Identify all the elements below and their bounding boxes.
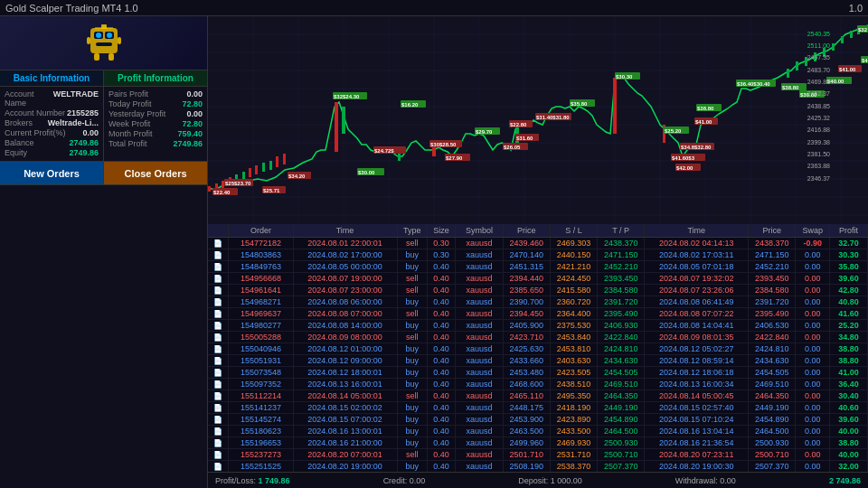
equity-label: Equity <box>5 148 27 157</box>
svg-rect-37 <box>208 186 211 192</box>
row-swap: 0.00 <box>796 296 830 308</box>
row-symbol: xauusd <box>456 273 503 285</box>
row-size: 0.40 <box>427 414 455 426</box>
row-swap: 0.00 <box>796 308 830 320</box>
row-type: buy <box>397 402 427 414</box>
svg-text:2540.35: 2540.35 <box>807 31 830 37</box>
svg-text:2511.00: 2511.00 <box>807 42 830 49</box>
logo-area <box>0 16 207 70</box>
row-tp: 2395.490 <box>598 308 645 320</box>
row-sl: 2418.190 <box>550 402 597 414</box>
table-row: 📄 155196653 2024.08.16 21:00:00 buy 0.40… <box>208 437 868 449</box>
row-size: 0.40 <box>427 308 455 320</box>
row-close-price: 2452.210 <box>749 261 796 273</box>
row-size: 0.40 <box>427 332 455 343</box>
row-type: buy <box>397 426 427 437</box>
row-order: 155097352 <box>229 379 293 390</box>
yesterday-profit-row: Yesterday Profit 0.00 <box>108 109 203 118</box>
row-order: 154961641 <box>229 285 293 296</box>
row-profit: 38.80 <box>830 437 868 449</box>
row-close-price: 2434.630 <box>749 355 796 367</box>
row-open-price: 2451.315 <box>503 261 550 273</box>
row-profit: 39.60 <box>830 414 868 426</box>
svg-text:2483.70: 2483.70 <box>807 67 830 73</box>
svg-text:2497.35: 2497.35 <box>807 54 830 61</box>
svg-text:$22.40: $22.40 <box>213 190 231 195</box>
row-open-price: 2508.190 <box>503 461 550 473</box>
row-order: 155005288 <box>229 332 293 343</box>
row-sl: 2453.840 <box>550 332 597 343</box>
row-type: sell <box>397 238 427 249</box>
svg-text:$26.05: $26.05 <box>504 145 521 150</box>
close-orders-button[interactable]: Close Orders <box>104 162 207 184</box>
row-type: sell <box>397 285 427 296</box>
row-close-price: 2449.190 <box>749 402 796 414</box>
row-sl: 2421.210 <box>550 261 597 273</box>
row-symbol: xauusd <box>456 379 503 390</box>
today-profit-value: 72.80 <box>182 99 203 108</box>
row-order: 155196653 <box>229 437 293 449</box>
row-order: 154803863 <box>229 249 293 261</box>
row-tp: 2454.505 <box>598 367 645 379</box>
row-close-time: 2024.08.12 05:02:27 <box>645 343 749 355</box>
svg-text:$27.90: $27.90 <box>446 155 463 161</box>
row-close-time: 2024.08.13 16:00:34 <box>645 379 749 390</box>
bottom-section: Order Time Type Size Symbol Price S / L … <box>208 224 868 488</box>
row-type: sell <box>397 273 427 285</box>
row-order: 154849763 <box>229 261 293 273</box>
current-profit-row: Current Profit(%) 0.00 <box>5 128 99 137</box>
row-tp: 2500.930 <box>598 437 645 449</box>
col-header-open-price: Price <box>503 224 550 238</box>
account-col-left: Account Name WELTRADE Account Number 215… <box>0 87 104 161</box>
svg-text:$25$23.70: $25$23.70 <box>225 181 251 186</box>
row-profit: 42.80 <box>830 285 868 296</box>
row-icon: 📄 <box>208 426 229 437</box>
svg-rect-47 <box>276 156 278 167</box>
svg-text:$34.8$32.80: $34.8$32.80 <box>681 145 712 150</box>
row-open-price: 2468.600 <box>503 379 550 390</box>
row-profit: 40.00 <box>830 426 868 437</box>
row-type: buy <box>397 379 427 390</box>
row-profit: 40.80 <box>830 296 868 308</box>
row-symbol: xauusd <box>456 285 503 296</box>
svg-text:2425.32: 2425.32 <box>807 115 830 121</box>
row-sl: 2531.710 <box>550 449 597 461</box>
row-symbol: xauusd <box>456 437 503 449</box>
row-tp: 2434.630 <box>598 355 645 367</box>
row-tp: 2422.840 <box>598 332 645 343</box>
total-profit-row: Total Profit 2749.86 <box>108 139 203 148</box>
row-open-time: 2024.08.07 23:00:00 <box>293 285 397 296</box>
row-profit: 38.80 <box>830 343 868 355</box>
row-sl: 2403.630 <box>550 355 597 367</box>
new-orders-button[interactable]: New Orders <box>0 162 104 184</box>
footer-profit-value: 1 749.86 <box>259 476 290 485</box>
row-sl: 2360.720 <box>550 296 597 308</box>
svg-text:$30$28.50: $30$28.50 <box>430 142 457 147</box>
row-close-price: 2454.890 <box>749 414 796 426</box>
row-close-price: 2438.370 <box>749 238 796 249</box>
trades-table-container[interactable]: Order Time Type Size Symbol Price S / L … <box>208 224 868 472</box>
row-tp: 2406.930 <box>598 320 645 332</box>
row-tp: 2469.510 <box>598 379 645 390</box>
row-sl: 2424.450 <box>550 273 597 285</box>
row-open-price: 2433.660 <box>503 355 550 367</box>
month-profit-row: Month Profit 759.40 <box>108 129 203 138</box>
row-order: 154968271 <box>229 296 293 308</box>
row-size: 0.30 <box>427 249 455 261</box>
row-order: 155073548 <box>229 367 293 379</box>
row-close-time: 2024.08.08 06:41:49 <box>645 296 749 308</box>
row-close-price: 2393.450 <box>749 273 796 285</box>
svg-rect-44 <box>255 165 258 174</box>
row-swap: -0.90 <box>796 238 830 249</box>
row-symbol: xauusd <box>456 308 503 320</box>
svg-rect-5 <box>96 42 112 46</box>
row-profit: 41.60 <box>830 308 868 320</box>
row-open-time: 2024.08.15 07:00:02 <box>293 414 397 426</box>
svg-text:$16.20: $16.20 <box>401 102 419 108</box>
svg-text:$25.20: $25.20 <box>665 128 682 134</box>
col-header-close-time: Time <box>645 224 749 238</box>
account-info-section: Account Name WELTRADE Account Number 215… <box>0 87 207 162</box>
svg-rect-57 <box>796 61 798 70</box>
svg-rect-50 <box>342 107 345 134</box>
row-type: buy <box>397 355 427 367</box>
